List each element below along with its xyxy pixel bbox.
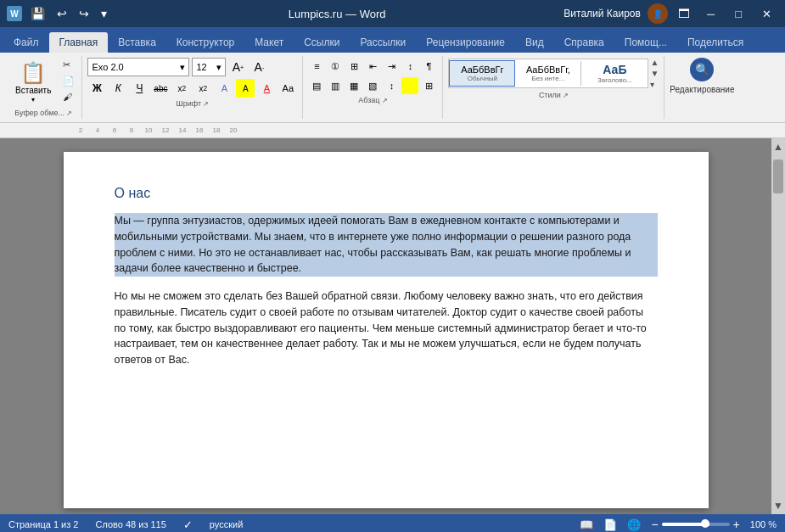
tab-design[interactable]: Конструктор <box>166 32 244 53</box>
zoom-handle[interactable] <box>701 519 709 528</box>
paragraph-controls: ≡ ① ⊞ ⇤ ⇥ ↕ ¶ ▤ ▥ ▦ ▧ ↕ ⊞ <box>308 58 437 94</box>
web-layout-icon[interactable]: 🌐 <box>627 518 641 531</box>
show-marks-button[interactable]: ¶ <box>420 58 437 75</box>
style-normal-label: Обычный <box>455 75 509 82</box>
doc-heading: О нас <box>115 186 658 201</box>
style-no-spacing[interactable]: АаБбВвГг, Без инте... <box>515 61 581 86</box>
cut-icon: ✂ <box>63 59 70 70</box>
decrease-font-button[interactable]: A- <box>250 58 268 76</box>
read-mode-icon[interactable]: 📖 <box>580 518 593 531</box>
font-color-button[interactable]: A <box>257 79 276 98</box>
tab-extra[interactable]: Помощ... <box>614 32 677 53</box>
sort-button[interactable]: ↕ <box>401 58 418 75</box>
paragraph-expand-icon[interactable]: ↗ <box>382 97 388 104</box>
line-spacing-button[interactable]: ↕ <box>383 77 400 94</box>
minimize-button[interactable]: ─ <box>700 6 721 22</box>
font-name-select[interactable]: Exo 2.0 ▾ <box>87 58 189 76</box>
font-size-dropdown-icon: ▾ <box>216 62 221 73</box>
styles-content: АаБбВвГг Обычный АаБбВвГг, Без инте... А… <box>448 58 659 89</box>
tab-review[interactable]: Рецензирование <box>416 32 515 53</box>
undo-button[interactable]: ↩ <box>53 5 70 22</box>
doc-paragraph-2[interactable]: Но мы не сможем это сделать без Вашей об… <box>115 288 658 368</box>
bold-button[interactable]: Ж <box>87 79 106 98</box>
change-case-button[interactable]: Аа <box>278 79 297 98</box>
styles-scroll-down[interactable]: ▼ <box>650 69 659 78</box>
cut-button[interactable]: ✂ <box>59 58 78 72</box>
ruler-mark: 20 <box>225 126 242 134</box>
ribbon-tabs: Файл Главная Вставка Конструктор Макет С… <box>0 27 785 53</box>
highlight-button[interactable]: A <box>236 79 255 98</box>
style-heading[interactable]: АаБ Заголово... <box>581 59 648 87</box>
doc-paragraph-1[interactable]: Мы — группа энтузиастов, одержимых идеей… <box>115 213 658 277</box>
decrease-indent-button[interactable]: ⇤ <box>364 58 381 75</box>
tab-references[interactable]: Ссылки <box>294 32 350 53</box>
paste-dropdown-icon[interactable]: ▾ <box>31 96 35 104</box>
borders-button[interactable]: ⊞ <box>420 77 437 94</box>
font-label: Шрифт ↗ <box>177 99 210 108</box>
clipboard-label-text: Буфер обме... <box>14 109 64 117</box>
scroll-down-arrow[interactable]: ▼ <box>771 497 785 514</box>
style-no-spacing-sample: АаБбВвГг, <box>520 64 575 75</box>
customize-button[interactable]: ▾ <box>98 5 110 22</box>
increase-font-button[interactable]: A+ <box>228 58 247 76</box>
styles-more[interactable]: ▾ <box>650 80 659 89</box>
copy-icon: 📄 <box>63 76 75 87</box>
zoom-slider[interactable]: − + <box>651 518 739 531</box>
style-normal[interactable]: АаБбВвГг Обычный <box>449 60 515 87</box>
vertical-scrollbar[interactable]: ▲ ▼ <box>771 138 785 514</box>
save-button[interactable]: 💾 <box>27 5 48 22</box>
doc-scroll-area: О нас Мы — группа энтузиастов, одержимых… <box>0 138 785 514</box>
align-left-button[interactable]: ▤ <box>308 77 325 94</box>
paragraph-label-text: Абзац <box>358 96 379 104</box>
text-effects-button[interactable]: A <box>215 79 233 98</box>
copy-button[interactable]: 📄 <box>59 74 78 88</box>
align-center-button[interactable]: ▥ <box>327 77 344 94</box>
scroll-thumb[interactable] <box>773 160 783 193</box>
scroll-up-arrow[interactable]: ▲ <box>771 138 785 155</box>
tab-mailings[interactable]: Рассылки <box>350 32 416 53</box>
multilevel-button[interactable]: ⊞ <box>345 58 362 75</box>
styles-expand-icon[interactable]: ↗ <box>563 92 569 99</box>
tab-insert[interactable]: Вставка <box>108 32 166 53</box>
justify-button[interactable]: ▧ <box>364 77 381 94</box>
shading-button[interactable] <box>401 77 418 94</box>
ribbon-content: 📋 Вставить ▾ ✂ 📄 🖌 Буфер обме... ↗ Exo 2… <box>0 53 785 123</box>
italic-button[interactable]: К <box>109 79 127 98</box>
zoom-increase-button[interactable]: + <box>733 518 740 531</box>
underline-button[interactable]: Ч <box>130 79 149 98</box>
paste-button[interactable]: 📋 Вставить ▾ <box>8 58 58 107</box>
strikethrough-button[interactable]: abc <box>151 79 170 98</box>
clipboard-group: 📋 Вставить ▾ ✂ 📄 🖌 Буфер обме... ↗ <box>5 56 82 119</box>
superscript-button[interactable]: x2 <box>193 79 212 98</box>
tab-layout[interactable]: Макет <box>244 32 294 53</box>
maximize-button[interactable]: □ <box>728 6 749 22</box>
bullets-button[interactable]: ≡ <box>308 58 325 75</box>
tab-share[interactable]: Поделиться <box>677 32 754 53</box>
search-button[interactable]: 🔍 <box>690 58 714 81</box>
tab-view[interactable]: Вид <box>515 32 554 53</box>
ruler-mark: 4 <box>89 126 106 134</box>
spelling-icon[interactable]: ✓ <box>183 518 193 531</box>
subscript-button[interactable]: x2 <box>172 79 191 98</box>
tab-help[interactable]: Справка <box>554 32 614 53</box>
styles-scroll-up[interactable]: ▲ <box>650 58 659 67</box>
tab-home[interactable]: Главная <box>49 32 109 53</box>
scroll-track[interactable] <box>771 155 785 497</box>
clipboard-expand-icon[interactable]: ↗ <box>66 109 72 117</box>
zoom-decrease-button[interactable]: − <box>651 518 658 531</box>
align-right-button[interactable]: ▦ <box>345 77 362 94</box>
tab-file[interactable]: Файл <box>3 32 49 53</box>
font-expand-icon[interactable]: ↗ <box>203 100 209 108</box>
styles-scroll: ▲ ▼ ▾ <box>650 58 659 89</box>
ribbon-display-button[interactable]: 🗖 <box>675 5 693 22</box>
increase-indent-button[interactable]: ⇥ <box>383 58 400 75</box>
avatar: 👤 <box>648 3 668 24</box>
print-layout-icon[interactable]: 📄 <box>603 518 617 531</box>
numbering-button[interactable]: ① <box>327 58 344 75</box>
format-painter-button[interactable]: 🖌 <box>59 90 78 104</box>
styles-group: АаБбВвГг Обычный АаБбВвГг, Без инте... А… <box>443 56 664 119</box>
close-button[interactable]: ✕ <box>755 6 778 22</box>
font-size-select[interactable]: 12 ▾ <box>192 58 226 76</box>
ruler-mark: 14 <box>174 126 191 134</box>
redo-button[interactable]: ↪ <box>76 5 93 22</box>
